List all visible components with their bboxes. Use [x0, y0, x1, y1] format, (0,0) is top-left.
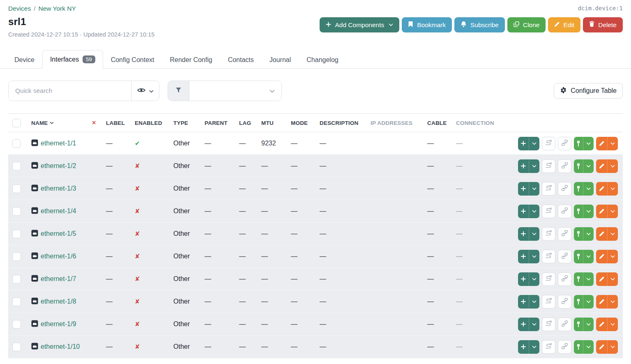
row-edit-dropdown-button[interactable] [596, 295, 618, 309]
row-connections-button[interactable] [558, 340, 571, 354]
interface-link[interactable]: ethernet-1/4 [41, 207, 76, 215]
column-header-mode[interactable]: MODE [287, 114, 316, 132]
row-cable-dropdown-button[interactable] [574, 272, 594, 286]
row-checkbox[interactable] [12, 252, 21, 261]
row-cable-dropdown-button[interactable] [574, 205, 594, 218]
row-add-dropdown-button[interactable] [518, 295, 539, 309]
row-trace-button[interactable] [542, 159, 555, 173]
row-checkbox[interactable] [12, 162, 21, 170]
row-add-dropdown-button[interactable] [518, 137, 539, 150]
tab-config-context[interactable]: Config Context [103, 51, 162, 69]
clear-sort-button[interactable]: × [92, 119, 96, 126]
column-header-type[interactable]: TYPE [169, 114, 200, 132]
row-edit-dropdown-button[interactable] [596, 227, 618, 241]
column-header-name[interactable]: NAME [27, 114, 88, 132]
row-add-dropdown-button[interactable] [518, 250, 539, 263]
row-add-dropdown-button[interactable] [518, 182, 539, 196]
filter-select[interactable] [189, 81, 281, 101]
tab-journal[interactable]: Journal [262, 51, 299, 69]
row-connections-button[interactable] [558, 295, 571, 309]
row-connections-button[interactable] [558, 182, 571, 196]
edit-button[interactable]: Edit [548, 17, 580, 32]
row-trace-button[interactable] [542, 250, 555, 263]
row-edit-dropdown-button[interactable] [596, 318, 618, 331]
column-header-description[interactable]: DESCRIPTION [316, 114, 366, 132]
row-trace-button[interactable] [542, 205, 555, 218]
interface-link[interactable]: ethernet-1/2 [41, 162, 76, 170]
row-edit-dropdown-button[interactable] [596, 272, 618, 286]
tab-render-config[interactable]: Render Config [162, 51, 220, 69]
interface-link[interactable]: ethernet-1/5 [41, 230, 76, 237]
row-edit-dropdown-button[interactable] [596, 205, 618, 218]
breadcrumb-site-link[interactable]: New York NY [38, 5, 76, 12]
tab-device[interactable]: Device [7, 51, 42, 69]
add-components-button[interactable]: Add Components [320, 17, 399, 32]
row-edit-dropdown-button[interactable] [596, 182, 618, 196]
interface-link[interactable]: ethernet-1/1 [41, 140, 76, 147]
interface-link[interactable]: ethernet-1/8 [41, 298, 76, 305]
row-cable-dropdown-button[interactable] [574, 340, 594, 354]
row-trace-button[interactable] [542, 272, 555, 286]
row-checkbox[interactable] [12, 275, 21, 283]
row-cable-dropdown-button[interactable] [574, 159, 594, 173]
row-add-dropdown-button[interactable] [518, 340, 539, 354]
row-cable-dropdown-button[interactable] [574, 182, 594, 196]
row-trace-button[interactable] [542, 318, 555, 331]
bookmark-button[interactable]: Bookmark [402, 17, 452, 32]
row-trace-button[interactable] [542, 295, 555, 309]
breadcrumb-devices-link[interactable]: Devices [8, 5, 31, 12]
row-connections-button[interactable] [558, 227, 571, 241]
row-cable-dropdown-button[interactable] [574, 227, 594, 241]
interface-link[interactable]: ethernet-1/7 [41, 275, 76, 283]
row-add-dropdown-button[interactable] [518, 227, 539, 241]
row-edit-dropdown-button[interactable] [596, 340, 618, 354]
row-edit-dropdown-button[interactable] [596, 137, 618, 150]
subscribe-button[interactable]: Subscribe [454, 17, 505, 32]
row-add-dropdown-button[interactable] [518, 159, 539, 173]
row-checkbox[interactable] [12, 139, 21, 148]
configure-table-button[interactable]: Configure Table [554, 83, 623, 99]
row-checkbox[interactable] [12, 184, 21, 193]
row-connections-button[interactable] [558, 137, 571, 150]
row-cable-dropdown-button[interactable] [574, 295, 594, 309]
row-trace-button[interactable] [542, 137, 555, 150]
saved-filters-dropdown-button[interactable] [131, 81, 159, 101]
row-cable-dropdown-button[interactable] [574, 137, 594, 150]
row-add-dropdown-button[interactable] [518, 205, 539, 218]
select-all-checkbox[interactable] [12, 119, 21, 127]
clone-button[interactable]: Clone [507, 17, 546, 32]
interface-link[interactable]: ethernet-1/3 [41, 185, 76, 192]
interface-link[interactable]: ethernet-1/6 [41, 253, 76, 260]
row-checkbox[interactable] [12, 343, 21, 351]
row-checkbox[interactable] [12, 320, 21, 329]
row-add-dropdown-button[interactable] [518, 272, 539, 286]
row-connections-button[interactable] [558, 318, 571, 331]
tab-changelog[interactable]: Changelog [299, 51, 346, 69]
column-header-enabled[interactable]: ENABLED [131, 114, 169, 132]
column-header-lag[interactable]: LAG [235, 114, 257, 132]
row-connections-button[interactable] [558, 159, 571, 173]
interface-link[interactable]: ethernet-1/9 [41, 320, 76, 328]
row-trace-button[interactable] [542, 227, 555, 241]
search-input[interactable] [9, 81, 131, 101]
row-trace-button[interactable] [542, 182, 555, 196]
row-checkbox[interactable] [12, 207, 21, 216]
row-edit-dropdown-button[interactable] [596, 159, 618, 173]
row-checkbox[interactable] [12, 230, 21, 238]
row-connections-button[interactable] [558, 250, 571, 263]
interface-link[interactable]: ethernet-1/10 [41, 343, 80, 350]
column-header-label[interactable]: LABEL [102, 114, 131, 132]
row-edit-dropdown-button[interactable] [596, 250, 618, 263]
column-header-cable[interactable]: CABLE [423, 114, 452, 132]
row-checkbox[interactable] [12, 297, 21, 306]
tab-contacts[interactable]: Contacts [220, 51, 262, 69]
row-cable-dropdown-button[interactable] [574, 318, 594, 331]
delete-button[interactable]: Delete [583, 17, 623, 32]
row-cable-dropdown-button[interactable] [574, 250, 594, 263]
row-connections-button[interactable] [558, 205, 571, 218]
column-header-mtu[interactable]: MTU [257, 114, 287, 132]
tab-interfaces[interactable]: Interfaces59 [42, 50, 103, 69]
row-add-dropdown-button[interactable] [518, 318, 539, 331]
column-header-parent[interactable]: PARENT [200, 114, 235, 132]
row-connections-button[interactable] [558, 272, 571, 286]
